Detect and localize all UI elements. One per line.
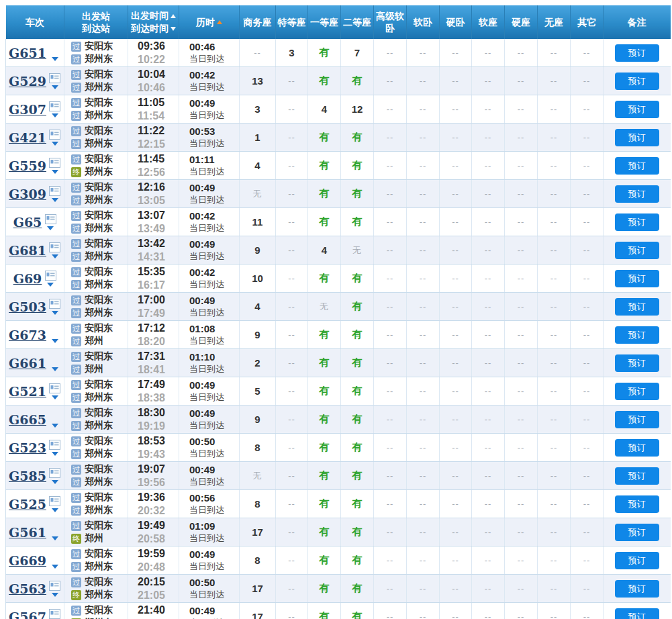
sort-desc-icon[interactable] [171, 27, 176, 31]
arrive-time-label[interactable]: 到达时间 [131, 22, 169, 35]
train-number-link[interactable]: G559 [9, 158, 46, 173]
train-number-link[interactable]: G585 [9, 469, 46, 483]
train-number-link[interactable]: G681 [9, 243, 46, 258]
arrive-day-note: 当日到达 [189, 250, 239, 263]
book-button[interactable]: 预订 [615, 157, 659, 175]
train-number-link[interactable]: G69 [13, 271, 42, 286]
train-row: G563 过安阳东 终郑州东 20:15 21:05 00:50 当日到达 17… [6, 575, 671, 603]
depart-time: 21:40 [138, 604, 179, 617]
train-number-link[interactable]: G661 [9, 356, 46, 371]
seat-premium: -- [276, 490, 308, 518]
from-station: 安阳东 [85, 68, 113, 81]
train-number-link[interactable]: G523 [9, 440, 46, 455]
book-button[interactable]: 预订 [615, 467, 659, 485]
book-button[interactable]: 预订 [615, 524, 659, 541]
book-button[interactable]: 预订 [615, 44, 659, 62]
train-number-link[interactable]: G529 [9, 74, 46, 89]
book-button[interactable]: 预订 [615, 439, 659, 457]
expand-caret-icon[interactable] [52, 593, 58, 597]
arrive-time: 21:05 [138, 589, 179, 602]
expand-caret-icon[interactable] [52, 536, 58, 540]
expand-caret-icon[interactable] [52, 452, 58, 456]
expand-caret-icon[interactable] [52, 395, 58, 399]
expand-caret-icon[interactable] [52, 57, 58, 61]
expand-caret-icon[interactable] [52, 424, 58, 428]
to-station: 郑州东 [85, 589, 113, 601]
seat-soft-sleeper: -- [407, 603, 440, 619]
arrive-day-note: 当日到达 [189, 53, 239, 65]
book-button[interactable]: 预订 [615, 185, 659, 203]
book-button[interactable]: 预订 [615, 411, 659, 428]
book-button[interactable]: 预订 [615, 101, 659, 118]
book-button[interactable]: 预订 [615, 552, 659, 569]
expand-caret-icon[interactable] [52, 113, 58, 117]
seat-no-seat: -- [538, 603, 571, 619]
duration-sort-asc-icon[interactable] [217, 20, 222, 24]
expand-caret-icon[interactable] [47, 226, 54, 230]
seat-first-class: 4 [308, 95, 341, 124]
seat-soft-sleeper: -- [407, 236, 440, 265]
seat-other: -- [571, 490, 604, 518]
book-button[interactable]: 预订 [615, 495, 659, 513]
train-number-link[interactable]: G567 [9, 610, 46, 619]
expand-caret-icon[interactable] [52, 480, 58, 484]
train-number-link[interactable]: G503 [9, 299, 46, 314]
seat-business: -- [240, 39, 276, 67]
duration-label[interactable]: 历时 [196, 16, 215, 29]
to-station: 郑州东 [85, 448, 113, 460]
expand-caret-icon[interactable] [52, 85, 58, 89]
expand-caret-icon[interactable] [52, 367, 58, 371]
train-number-link[interactable]: G307 [9, 102, 46, 117]
arrive-station-icon: 过 [71, 308, 81, 318]
pass-station-icon: 过 [71, 436, 81, 446]
expand-caret-icon[interactable] [52, 142, 58, 146]
seat-hard-seat: -- [505, 546, 538, 575]
train-number-link[interactable]: G665 [9, 412, 46, 427]
train-number-link[interactable]: G563 [9, 581, 46, 596]
train-number-link[interactable]: G65 [13, 215, 42, 230]
col-header-times[interactable]: 出发时间 到达时间 [128, 5, 179, 39]
book-button[interactable]: 预订 [615, 608, 659, 619]
seat-hard-sleeper: -- [440, 406, 472, 434]
expand-caret-icon[interactable] [52, 311, 58, 315]
book-button[interactable]: 预订 [615, 242, 659, 259]
expand-caret-icon[interactable] [52, 198, 58, 202]
book-button[interactable]: 预订 [615, 270, 659, 287]
train-number-link[interactable]: G651 [9, 46, 46, 60]
depart-time: 19:36 [138, 491, 179, 504]
book-button[interactable]: 预订 [615, 383, 659, 400]
train-number-link[interactable]: G521 [9, 384, 46, 399]
seat-soft-sleeper: -- [407, 208, 440, 236]
seat-business: 无 [240, 462, 276, 490]
train-number-link[interactable]: G669 [9, 553, 46, 568]
train-number-link[interactable]: G673 [9, 328, 46, 342]
expand-caret-icon[interactable] [52, 339, 58, 343]
book-button[interactable]: 预订 [615, 213, 659, 231]
expand-caret-icon[interactable] [52, 565, 58, 569]
arrive-time: 19:56 [138, 476, 179, 489]
expand-caret-icon[interactable] [47, 283, 54, 287]
seat-other: -- [571, 293, 604, 321]
depart-time-label[interactable]: 出发时间 [131, 9, 169, 22]
book-button[interactable]: 预订 [615, 129, 659, 146]
train-number-link[interactable]: G309 [9, 187, 46, 201]
col-header-duration[interactable]: 历时 [179, 5, 240, 39]
seat-soft-sleeper: -- [407, 434, 440, 462]
seat-hard-sleeper: -- [440, 321, 472, 349]
book-button[interactable]: 预订 [615, 73, 659, 90]
book-button[interactable]: 预订 [615, 354, 659, 372]
seat-other: -- [571, 208, 604, 236]
seat-first-class: 有 [308, 67, 341, 95]
train-number-link[interactable]: G561 [9, 525, 46, 540]
book-button[interactable]: 预订 [615, 326, 659, 344]
seat-first-class: 无 [308, 293, 341, 321]
expand-caret-icon[interactable] [52, 170, 58, 174]
expand-caret-icon[interactable] [52, 254, 58, 258]
from-station: 安阳东 [85, 604, 113, 616]
train-number-link[interactable]: G525 [9, 497, 46, 512]
book-button[interactable]: 预订 [615, 298, 659, 316]
train-number-link[interactable]: G421 [9, 130, 46, 145]
book-button[interactable]: 预订 [615, 580, 659, 598]
expand-caret-icon[interactable] [52, 508, 58, 512]
sort-asc-icon[interactable] [171, 14, 176, 18]
